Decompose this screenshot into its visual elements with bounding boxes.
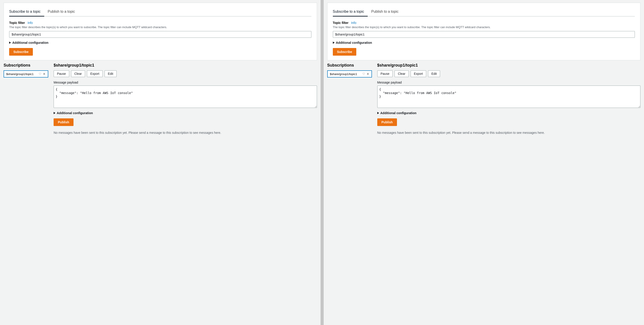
left-additional-config-label: Additional configuration [12, 41, 48, 44]
left-no-messages: No messages have been sent to this subsc… [54, 130, 317, 135]
right-publish-additional-config-label: Additional configuration [380, 111, 416, 115]
right-additional-config-label: Additional configuration [336, 41, 372, 44]
left-tab-subscribe[interactable]: Subscribe to a topic [9, 7, 44, 16]
right-subscribe-card: Subscribe to a topic Publish to a topic … [327, 3, 641, 60]
right-tab-publish[interactable]: Publish to a topic [371, 7, 402, 16]
right-edit-button[interactable]: Edit [428, 70, 440, 77]
left-field-description: The topic filter describes the topic(s) … [9, 26, 312, 29]
center-divider [320, 0, 324, 325]
right-export-button[interactable]: Export [410, 70, 426, 77]
left-subscriptions-title: Subscriptions [4, 63, 48, 68]
right-subscription-item[interactable]: $share/group1/topic1 ♡ ✕ [327, 70, 372, 78]
right-topic-actions: Pause Clear Export Edit [377, 70, 641, 77]
left-info-link[interactable]: Info [28, 21, 32, 24]
right-info-link[interactable]: Info [351, 21, 356, 24]
right-publish-button[interactable]: Publish [377, 118, 397, 126]
left-heart-icon[interactable]: ♡ [39, 72, 42, 76]
left-additional-config[interactable]: Additional configuration [9, 41, 312, 44]
left-subscribe-card: Subscribe to a topic Publish to a topic … [4, 3, 317, 60]
left-subscription-item[interactable]: $share/group1/topic1 ♡ ✕ [4, 70, 48, 78]
left-publish-additional-config[interactable]: Additional configuration [54, 111, 317, 115]
right-topic-panel: $share/group1/topic1 Pause Clear Export … [377, 63, 641, 135]
left-subscriptions-panel: Subscriptions $share/group1/topic1 ♡ ✕ [4, 63, 48, 135]
right-close-icon[interactable]: ✕ [366, 72, 369, 76]
left-edit-button[interactable]: Edit [104, 70, 116, 77]
right-panel: Subscribe to a topic Publish to a topic … [324, 0, 644, 325]
right-tabs: Subscribe to a topic Publish to a topic [333, 7, 635, 16]
left-publish-expand-icon [54, 112, 56, 114]
right-field-label: Topic filter [333, 21, 349, 24]
right-expand-icon [333, 42, 334, 44]
left-subscribe-button[interactable]: Subscribe [9, 48, 33, 56]
right-pause-button[interactable]: Pause [377, 70, 393, 77]
right-publish-expand-icon [377, 112, 379, 114]
right-topic-title: $share/group1/topic1 [377, 63, 641, 68]
left-tab-publish[interactable]: Publish to a topic [48, 7, 79, 16]
right-subscribe-button[interactable]: Subscribe [333, 48, 356, 56]
right-subscriptions-panel: Subscriptions $share/group1/topic1 ♡ ✕ [327, 63, 372, 135]
left-field-label: Topic filter [9, 21, 25, 24]
right-topic-filter-row: Topic filter Info [333, 21, 635, 24]
left-bottom-section: Subscriptions $share/group1/topic1 ♡ ✕ $… [4, 63, 317, 135]
right-subscriptions-title: Subscriptions [327, 63, 372, 68]
left-topic-actions: Pause Clear Export Edit [54, 70, 317, 77]
left-clear-button[interactable]: Clear [71, 70, 85, 77]
right-bottom-section: Subscriptions $share/group1/topic1 ♡ ✕ $… [327, 63, 641, 135]
left-subscription-item-label: $share/group1/topic1 [6, 72, 37, 76]
right-publish-additional-config[interactable]: Additional configuration [377, 111, 641, 115]
left-export-button[interactable]: Export [87, 70, 102, 77]
right-heart-icon[interactable]: ♡ [362, 72, 365, 76]
left-topic-title: $share/group1/topic1 [54, 63, 317, 68]
right-no-messages: No messages have been sent to this subsc… [377, 130, 641, 135]
left-pause-button[interactable]: Pause [54, 70, 69, 77]
left-payload-textarea[interactable] [54, 86, 317, 108]
left-publish-button[interactable]: Publish [54, 118, 74, 126]
right-topic-filter-input[interactable] [333, 31, 635, 38]
right-additional-config[interactable]: Additional configuration [333, 41, 635, 44]
left-topic-filter-input[interactable] [9, 31, 312, 38]
left-payload-label: Message payload [54, 81, 317, 84]
left-panel: Subscribe to a topic Publish to a topic … [0, 0, 320, 325]
right-clear-button[interactable]: Clear [394, 70, 408, 77]
right-payload-label: Message payload [377, 81, 641, 84]
right-subscription-item-label: $share/group1/topic1 [330, 72, 361, 76]
right-payload-textarea[interactable] [377, 86, 641, 108]
left-expand-icon [9, 42, 11, 44]
left-tabs: Subscribe to a topic Publish to a topic [9, 7, 312, 16]
left-close-icon[interactable]: ✕ [43, 72, 46, 76]
right-tab-subscribe[interactable]: Subscribe to a topic [333, 7, 368, 16]
left-publish-additional-config-label: Additional configuration [57, 111, 93, 115]
left-topic-panel: $share/group1/topic1 Pause Clear Export … [54, 63, 317, 135]
right-field-description: The topic filter describes the topic(s) … [333, 26, 635, 29]
left-topic-filter-row: Topic filter Info [9, 21, 312, 24]
